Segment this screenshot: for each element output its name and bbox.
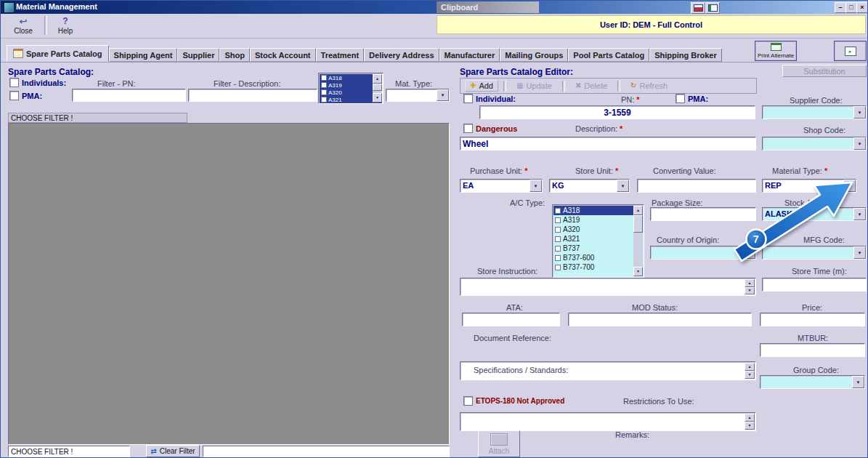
ac-type-item[interactable]: A318 (553, 206, 643, 215)
item-checkbox[interactable] (555, 265, 561, 270)
delete-button[interactable]: ✖ Delete (570, 80, 612, 92)
stock-account-select[interactable]: ALASKA-REP ▼ (762, 207, 867, 221)
item-checkbox[interactable] (321, 89, 327, 95)
item-checkbox[interactable] (555, 217, 561, 223)
store-unit-select[interactable]: KG ▼ (549, 179, 630, 193)
country-of-origin-select[interactable]: ▼ (650, 246, 756, 260)
close-button[interactable]: ↩ Close (7, 15, 40, 36)
clipboard-window-titlebar[interactable]: Clipboard (437, 1, 539, 13)
close-window-button[interactable]: × (856, 2, 868, 13)
tab-shipping-broker[interactable]: Shipping Broker (649, 48, 722, 62)
dropdown-arrow-icon[interactable]: ▼ (853, 208, 866, 220)
filter-pn-input[interactable] (72, 89, 186, 102)
price-input[interactable] (760, 313, 865, 326)
spin-control[interactable]: ▲ ▼ (745, 363, 755, 379)
item-checkbox[interactable] (555, 227, 561, 233)
ac-type-item[interactable]: B737 (553, 244, 643, 253)
refresh-button[interactable]: ↻ Refresh (625, 80, 673, 92)
ac-type-item[interactable]: B737-600 (553, 253, 643, 262)
tab-manufacturer[interactable]: Manufacturer (439, 48, 500, 62)
description-input[interactable] (460, 137, 756, 150)
spin-control[interactable]: ▲ ▼ (745, 414, 755, 430)
supplier-code-select[interactable]: ▼ (762, 105, 867, 119)
item-checkbox[interactable] (555, 208, 561, 214)
dropdown-arrow-icon[interactable]: ▼ (743, 246, 755, 259)
titlebar-tool-button-1[interactable] (691, 2, 705, 14)
tab-treatment[interactable]: Treatment (316, 48, 365, 62)
pn-input[interactable] (479, 105, 755, 119)
dropdown-arrow-icon[interactable]: ▼ (617, 180, 629, 192)
scroll-down-icon[interactable]: ▼ (373, 93, 382, 103)
item-checkbox[interactable] (555, 246, 561, 252)
store-instruction-field[interactable]: ▲ ▼ (460, 278, 756, 296)
dangerous-checkbox[interactable] (463, 124, 473, 133)
results-grid[interactable] (8, 123, 450, 445)
tab-spare-parts-catalog[interactable]: Spare Parts Catalog (7, 45, 109, 62)
tab-shop[interactable]: Shop (219, 48, 250, 62)
scroll-up-icon[interactable]: ▲ (633, 206, 643, 215)
titlebar-tool-button-2[interactable] (705, 2, 720, 14)
tab-pool-parts-catalog[interactable]: Pool Parts Catalog (568, 48, 649, 62)
individual-checkbox[interactable] (463, 94, 473, 103)
spin-up-icon[interactable]: ▲ (745, 279, 755, 287)
filter-description-input[interactable] (188, 89, 317, 102)
mod-status-input[interactable] (568, 313, 752, 326)
tab-supplier[interactable]: Supplier (177, 48, 219, 62)
package-size-input[interactable] (650, 207, 756, 221)
scroll-thumb[interactable] (373, 84, 382, 91)
spin-up-icon[interactable]: ▲ (745, 414, 755, 422)
update-button[interactable]: ▦ Update (511, 80, 557, 92)
converting-value-input[interactable] (637, 179, 756, 193)
attach-button[interactable]: Attach (478, 430, 520, 457)
restore-button[interactable]: □ (845, 2, 857, 13)
filter-aircraft-list[interactable]: A318 A319 A320 A321 ▲ ▼ (318, 73, 384, 104)
ata-input[interactable] (462, 313, 560, 326)
ac-type-item[interactable]: B737-700 (553, 262, 643, 272)
specifications-field[interactable]: ▲ ▼ (460, 412, 756, 431)
spin-control[interactable]: ▲ ▼ (745, 279, 755, 294)
item-checkbox[interactable] (321, 75, 327, 81)
clear-filter-button[interactable]: ⇄ Clear Filter (146, 445, 200, 457)
list-scrollbar[interactable]: ▲ ▼ (373, 74, 382, 103)
item-checkbox[interactable] (321, 97, 327, 103)
etops-checkbox[interactable] (463, 396, 473, 406)
spin-up-icon[interactable]: ▲ (745, 363, 755, 371)
ac-type-list[interactable]: A318 A319 A320 A321 B737 B737-600 B737-7… (552, 204, 644, 278)
material-type-select[interactable]: REP ▼ (762, 179, 856, 193)
scroll-thumb[interactable] (633, 215, 643, 233)
purchase-unit-select[interactable]: EA ▼ (460, 179, 543, 193)
ac-type-item[interactable]: A320 (553, 225, 643, 234)
mtbur-input[interactable] (760, 343, 865, 357)
substitution-tab[interactable]: Substitution (782, 65, 867, 77)
tab-stock-account[interactable]: Stock Account (250, 48, 316, 62)
spin-down-icon[interactable]: ▼ (745, 371, 755, 379)
tab-mailing-groups[interactable]: Mailing Groups (500, 48, 568, 62)
mfg-code-select[interactable]: ▼ (762, 246, 867, 260)
print-alternate-button[interactable]: Print Alternate (755, 41, 797, 61)
item-checkbox[interactable] (555, 236, 561, 242)
dropdown-arrow-icon[interactable]: ▼ (853, 137, 866, 150)
dropdown-arrow-icon[interactable]: ▼ (853, 106, 866, 118)
dropdown-arrow-icon[interactable]: ▼ (530, 180, 542, 192)
spin-down-icon[interactable]: ▼ (745, 422, 755, 430)
mat-type-select[interactable]: ▼ (386, 89, 450, 102)
screen-export-button[interactable]: ▸ (834, 41, 867, 61)
tab-delivery-address[interactable]: Delivery Address (364, 48, 439, 62)
group-code-select[interactable]: ▼ (760, 375, 865, 389)
tab-shipping-agent[interactable]: Shipping Agent (109, 48, 178, 62)
item-checkbox[interactable] (321, 82, 327, 88)
individuals-checkbox[interactable] (9, 78, 19, 87)
minimize-button[interactable]: – (835, 2, 846, 13)
shop-code-select[interactable]: ▼ (762, 137, 867, 150)
list-scrollbar[interactable]: ▲ ▼ (633, 206, 643, 276)
ac-type-item[interactable]: A321 (553, 234, 643, 244)
add-button[interactable]: ✚ Add (465, 80, 498, 92)
dropdown-arrow-icon[interactable]: ▼ (853, 246, 866, 259)
dropdown-arrow-icon[interactable]: ▼ (852, 376, 864, 388)
item-checkbox[interactable] (555, 255, 561, 261)
pma-filter-checkbox[interactable] (9, 91, 19, 100)
spin-down-icon[interactable]: ▼ (745, 287, 755, 295)
dropdown-arrow-icon[interactable]: ▼ (437, 89, 449, 101)
store-time-input[interactable] (762, 278, 867, 292)
help-button[interactable]: ? Help (49, 15, 82, 36)
